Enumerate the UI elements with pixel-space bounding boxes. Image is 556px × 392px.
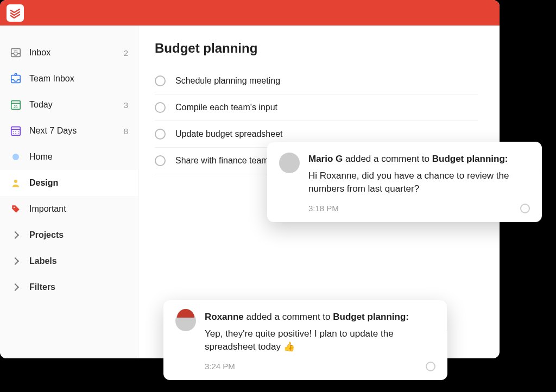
chevron-right-icon xyxy=(10,229,22,241)
task-row[interactable]: Schedule planning meeting xyxy=(155,68,478,94)
dot-icon xyxy=(10,151,22,163)
svg-text:21: 21 xyxy=(14,49,18,54)
sidebar-item-label: Next 7 Days xyxy=(29,126,116,136)
notification-content: Mario G added a comment to Budget planni… xyxy=(308,153,530,214)
tag-icon xyxy=(10,203,22,215)
sidebar-section-label: Projects xyxy=(29,230,128,240)
task-label: Compile each team's input xyxy=(175,103,277,112)
notification-card[interactable]: Roxanne added a comment to Budget planni… xyxy=(163,300,447,380)
sidebar-item-design[interactable]: Design xyxy=(0,170,138,196)
sidebar-item-label: Inbox xyxy=(29,48,116,58)
chevron-right-icon xyxy=(10,281,22,293)
sidebar-section-labels[interactable]: Labels xyxy=(0,248,138,274)
notification-target: Budget planning: xyxy=(432,154,508,164)
sidebar-item-count: 2 xyxy=(124,48,128,58)
sidebar-item-label: Home xyxy=(29,152,128,162)
sidebar-item-today[interactable]: 21 Today 3 xyxy=(0,92,138,118)
sidebar: 21 Inbox 2 Team Inbox xyxy=(0,26,138,358)
sidebar-item-label: Team Inbox xyxy=(29,74,128,84)
inbox-icon: 21 xyxy=(10,47,22,59)
app-logo-icon xyxy=(7,4,24,22)
unread-indicator-icon[interactable] xyxy=(520,204,530,213)
notification-middle: added a comment to xyxy=(244,312,333,322)
svg-text:21: 21 xyxy=(14,104,18,109)
notification-middle: added a comment to xyxy=(343,154,432,164)
checkbox-icon[interactable] xyxy=(155,102,166,113)
sidebar-section-filters[interactable]: Filters xyxy=(0,274,138,300)
notification-target: Budget planning: xyxy=(333,312,409,322)
calendar-icon xyxy=(10,125,22,137)
team-inbox-icon xyxy=(10,73,22,85)
sidebar-item-inbox[interactable]: 21 Inbox 2 xyxy=(0,40,138,66)
sidebar-section-projects[interactable]: Projects xyxy=(0,222,138,248)
notification-time: 3:24 PM xyxy=(205,361,235,372)
sidebar-item-label: Design xyxy=(29,178,128,188)
svg-point-15 xyxy=(14,180,17,183)
task-row[interactable]: Compile each team's input xyxy=(155,94,478,121)
page-title: Budget planning xyxy=(155,41,478,56)
task-label: Update budget spreadsheet xyxy=(175,129,282,139)
sidebar-section-label: Filters xyxy=(29,282,128,292)
titlebar xyxy=(0,0,500,26)
sidebar-item-count: 8 xyxy=(124,127,128,136)
sidebar-item-label: Today xyxy=(29,100,116,110)
notification-meta: 3:18 PM xyxy=(308,203,530,214)
person-icon xyxy=(10,177,22,189)
sidebar-item-important[interactable]: Important xyxy=(0,196,138,222)
sidebar-item-count: 3 xyxy=(124,100,128,110)
sidebar-item-next7[interactable]: Next 7 Days 8 xyxy=(0,118,138,144)
notification-headline: Mario G added a comment to Budget planni… xyxy=(308,153,530,166)
notification-body: Yep, they're quite positive! I plan to u… xyxy=(205,327,435,354)
checkbox-icon[interactable] xyxy=(155,129,166,140)
sidebar-item-label: Important xyxy=(29,204,128,214)
notification-body: Hi Roxanne, did you have a chance to rev… xyxy=(308,169,530,196)
notification-card[interactable]: Mario G added a comment to Budget planni… xyxy=(267,142,542,222)
notification-meta: 3:24 PM xyxy=(205,361,435,372)
notification-content: Roxanne added a comment to Budget planni… xyxy=(205,311,435,372)
notification-headline: Roxanne added a comment to Budget planni… xyxy=(205,311,435,324)
avatar xyxy=(175,311,196,331)
svg-point-3 xyxy=(15,73,17,75)
task-label: Schedule planning meeting xyxy=(175,76,280,86)
today-icon: 21 xyxy=(10,99,22,111)
chevron-right-icon xyxy=(10,255,22,267)
sidebar-item-team-inbox[interactable]: Team Inbox xyxy=(0,66,138,92)
sidebar-section-label: Labels xyxy=(29,256,128,266)
unread-indicator-icon[interactable] xyxy=(426,362,435,371)
svg-point-16 xyxy=(14,207,15,208)
task-label: Share with finance team xyxy=(175,156,269,166)
sidebar-item-home[interactable]: Home xyxy=(0,144,138,170)
checkbox-icon[interactable] xyxy=(155,155,166,166)
notification-author: Roxanne xyxy=(205,312,244,322)
checkbox-icon[interactable] xyxy=(155,75,166,86)
avatar xyxy=(279,153,300,173)
notification-time: 3:18 PM xyxy=(308,203,339,214)
notification-author: Mario G xyxy=(308,154,343,164)
